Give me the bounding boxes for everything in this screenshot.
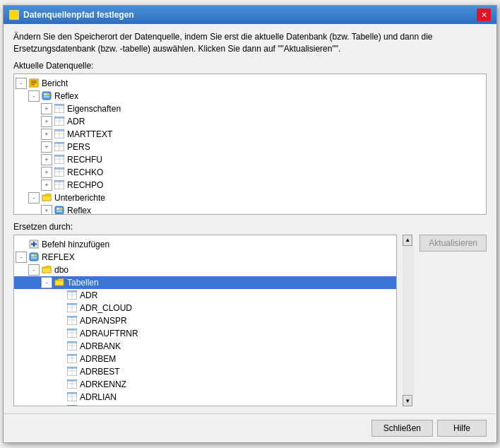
update-button[interactable]: Aktualisieren [419, 235, 487, 252]
expander-tabellen[interactable]: - [41, 277, 52, 288]
expander-marttext[interactable]: + [41, 129, 52, 140]
tree-item-unterberichte[interactable]: - Unterberichte [14, 191, 486, 204]
tree-item-adr_cloud[interactable]: ADR_CLOUD [14, 302, 396, 314]
tree-item-adrbank[interactable]: ADRBANK [14, 340, 396, 353]
expander-reflex2[interactable]: + [41, 205, 52, 215]
expander-adrbank [54, 341, 65, 352]
svg-rect-49 [55, 281, 64, 285]
update-button-area: Aktualisieren [419, 235, 487, 406]
tree-item-bericht[interactable]: - Bericht [14, 77, 486, 90]
svg-rect-35 [54, 180, 64, 182]
tree-item-eigenschaften[interactable]: + Eigenschaften [14, 102, 486, 115]
tree-item-rechko[interactable]: + RECHKO [14, 166, 486, 179]
current-datasource-tree[interactable]: - Bericht - Reflex + Eigenschaften + [13, 73, 487, 215]
svg-rect-2 [31, 83, 37, 84]
expander-adr_cloud [54, 302, 65, 314]
icon-adr [54, 117, 65, 126]
tree-item-adrbest[interactable]: ADRBEST [14, 365, 396, 378]
icon-rechko [54, 167, 65, 177]
description: Ändern Sie den Speicherort der Datenquel… [13, 31, 487, 55]
svg-rect-27 [54, 155, 64, 157]
svg-rect-6 [47, 93, 49, 95]
tree-item-befehl[interactable]: Befehl hinzufügen [14, 238, 396, 251]
expander-bericht[interactable]: - [16, 78, 27, 89]
svg-rect-7 [44, 96, 49, 98]
replace-with-label: Ersetzen durch: [13, 222, 487, 232]
expander-rechpo[interactable]: + [41, 179, 52, 191]
svg-rect-53 [67, 290, 77, 293]
svg-rect-4 [42, 92, 51, 100]
tree-item-tabellen[interactable]: - Tabellen [14, 276, 396, 289]
title-bar-buttons: ✕ [477, 8, 491, 21]
scroll-up-btn[interactable]: ▲ [403, 235, 412, 246]
expander-eigenschaften[interactable]: + [41, 103, 52, 114]
footer: Schließen Hilfe [4, 413, 496, 442]
label-adrstichwort: ADRSTICHWORT [80, 405, 149, 406]
label-adr_cloud: ADR_CLOUD [80, 303, 132, 313]
svg-rect-65 [67, 329, 77, 331]
replace-datasource-tree[interactable]: Befehl hinzufügen - REFLEX - dbo - Tabel… [13, 235, 397, 406]
tree-item-rechfu[interactable]: + RECHFU [14, 153, 486, 166]
expander-reflex1[interactable]: - [28, 90, 40, 102]
expander-rechko[interactable]: + [41, 167, 52, 178]
svg-rect-81 [67, 379, 77, 382]
tree-item-adrbem[interactable]: ADRBEM [14, 353, 396, 365]
expander-adr2 [54, 290, 65, 301]
svg-rect-48 [42, 268, 51, 273]
icon-adrlian [66, 392, 78, 402]
icon-reflex_root [28, 252, 40, 262]
expander-adrbest [54, 366, 65, 377]
current-datasource-label: Aktuelle Datenquelle: [13, 61, 487, 71]
svg-rect-1 [31, 81, 37, 82]
label-marttext: MARTTEXT [67, 129, 112, 139]
svg-rect-11 [54, 104, 64, 106]
icon-befehl [28, 240, 40, 249]
tree-item-adr2[interactable]: ADR [14, 289, 396, 302]
scroll-track [403, 246, 414, 395]
label-unterberichte: Unterberichte [54, 193, 105, 203]
label-reflex_root: REFLEX [42, 252, 75, 262]
expander-befehl [16, 239, 27, 250]
label-befehl: Befehl hinzufügen [42, 240, 109, 249]
icon-adranspr [66, 316, 78, 326]
icon-reflex1 [41, 91, 52, 101]
tree-item-reflex1[interactable]: - Reflex [14, 90, 486, 102]
tree-item-pers[interactable]: + PERS [14, 141, 486, 153]
tree-item-adrlian[interactable]: ADRLIAN [14, 391, 396, 403]
tree-item-reflex_root[interactable]: - REFLEX [14, 251, 396, 264]
label-adrlian: ADRLIAN [80, 392, 117, 402]
expander-reflex_root[interactable]: - [16, 252, 27, 263]
svg-rect-38 [56, 208, 59, 210]
window-icon [9, 10, 19, 20]
scroll-down-btn[interactable]: ▼ [403, 395, 412, 406]
expander-adr[interactable]: + [41, 116, 52, 127]
scrollbar[interactable]: ▲ ▼ [403, 235, 414, 406]
icon-rechpo [54, 180, 65, 190]
tree-item-marttext[interactable]: + MARTTEXT [14, 128, 486, 141]
expander-pers[interactable]: + [41, 141, 52, 153]
tree-item-adrstichwort[interactable]: ADRSTICHWORT [14, 403, 396, 406]
tree-item-dbo[interactable]: - dbo [14, 264, 396, 276]
label-eigenschaften: Eigenschaften [67, 104, 121, 114]
title-bar-left: Datenquellenpfad festlegen [9, 10, 134, 20]
label-reflex2: Reflex [67, 206, 91, 215]
tree-item-adrauftrnr[interactable]: ADRAUFTRNR [14, 327, 396, 340]
label-adrbem: ADRBEM [80, 354, 116, 364]
tree-item-reflex2[interactable]: + Reflex [14, 204, 486, 215]
svg-rect-47 [31, 257, 37, 259]
tree-item-rechpo[interactable]: + RECHPO [14, 179, 486, 191]
svg-rect-77 [67, 367, 77, 369]
icon-marttext [54, 129, 65, 139]
expander-unterberichte[interactable]: - [28, 192, 40, 204]
label-rechpo: RECHPO [67, 180, 103, 190]
expander-dbo[interactable]: - [28, 264, 40, 276]
tree-item-adr[interactable]: + ADR [14, 115, 486, 128]
tree-item-adrkennz[interactable]: ADRKENNZ [14, 378, 396, 391]
help-button[interactable]: Hilfe [437, 420, 487, 437]
svg-rect-15 [54, 117, 64, 119]
close-icon[interactable]: ✕ [477, 8, 491, 21]
close-button[interactable]: Schließen [371, 420, 433, 437]
expander-rechfu[interactable]: + [41, 154, 52, 165]
tree-item-adranspr[interactable]: ADRANSPR [14, 314, 396, 327]
svg-rect-19 [54, 129, 64, 131]
